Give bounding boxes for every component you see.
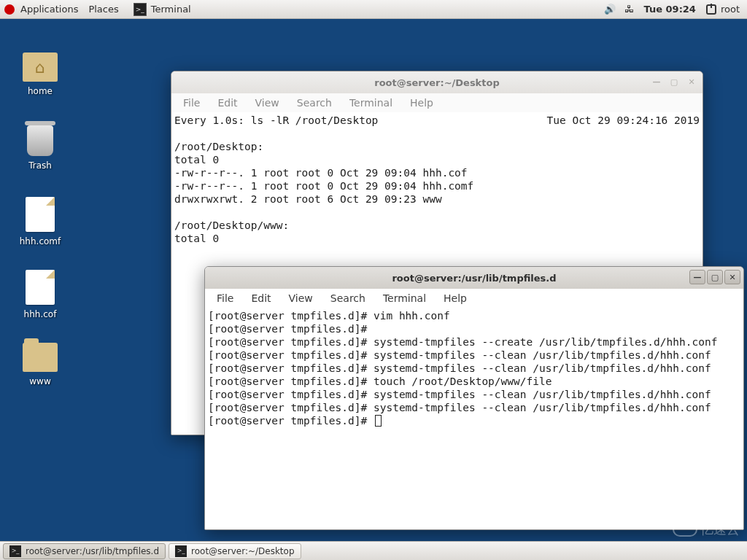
minimize-button[interactable]: — [649,74,665,89]
window-shell-title: root@server:/usr/lib/tmpfiles.d [392,273,556,284]
desktop-icon-trash[interactable]: Trash [7,125,73,171]
maximize-button[interactable]: ▢ [666,74,682,89]
terminal-icon: >_ [133,3,147,16]
desktop-icon-comf[interactable]: hhh.comf [7,197,73,246]
desktop-icon-www[interactable]: www [7,343,73,386]
desktop-icon-label: home [7,86,73,96]
panel-user-label: root [721,4,740,15]
window-shell[interactable]: root@server:/usr/lib/tmpfiles.d — ▢ ✕ Fi… [204,266,744,530]
taskbar-item-label: root@server:~/Desktop [191,546,294,556]
terminal-cursor [375,415,382,427]
window-watch-titlebar[interactable]: root@server:~/Desktop — ▢ ✕ [171,71,703,93]
desktop-icon-label: Trash [7,160,73,171]
menu-view[interactable]: View [282,291,320,306]
power-icon [706,4,716,15]
menu-search[interactable]: Search [323,291,373,306]
menu-view[interactable]: View [248,96,287,110]
minimize-button[interactable]: — [689,270,705,284]
window-watch-title: root@server:~/Desktop [374,77,499,88]
file-icon [26,197,55,232]
panel-places[interactable]: Places [88,4,118,15]
taskbar-item-0[interactable]: >_root@server:/usr/lib/tmpfiles.d [3,543,166,559]
menu-file[interactable]: File [209,291,241,306]
window-shell-menubar: File Edit View Search Terminal Help [205,289,743,308]
file-icon [26,270,55,305]
desktop-icon-label: hhh.cof [7,309,73,319]
panel-applications[interactable]: Applications [20,4,78,15]
desktop-icon-cof[interactable]: hhh.cof [7,270,73,319]
panel-current-app[interactable]: >_ Terminal [133,3,191,16]
desktop-icon-label: www [7,376,73,386]
close-button[interactable]: ✕ [724,270,740,284]
menu-file[interactable]: File [176,96,207,110]
network-icon[interactable]: 🖧 [624,4,634,15]
window-watch-menubar: File Edit View Search Terminal Help [171,93,703,112]
panel-user[interactable]: root [706,4,740,15]
taskbar-item-label: root@server:/usr/lib/tmpfiles.d [26,546,159,556]
menu-edit[interactable]: Edit [244,291,278,306]
menu-search[interactable]: Search [290,96,339,110]
folder-icon [23,343,58,372]
distro-icon [4,4,15,15]
volume-icon[interactable]: 🔊 [604,4,616,15]
desktop-icon-home[interactable]: home [7,52,73,96]
panel-current-app-label: Terminal [151,4,191,15]
menu-terminal[interactable]: Terminal [376,291,433,306]
panel-clock[interactable]: Tue 09:24 [644,4,696,15]
trash-icon [27,125,53,156]
maximize-button[interactable]: ▢ [707,270,723,284]
terminal-icon: >_ [175,545,187,557]
menu-terminal[interactable]: Terminal [342,96,400,110]
desktop-icon-label: hhh.comf [7,236,73,246]
home-icon [23,52,58,82]
menu-edit[interactable]: Edit [210,96,244,110]
terminal-icon: >_ [9,545,21,557]
close-button[interactable]: ✕ [684,74,700,89]
taskbar-item-1[interactable]: >_root@server:~/Desktop [169,543,301,559]
window-shell-body[interactable]: [root@server tmpfiles.d]# vim hhh.conf[r… [205,308,743,529]
menu-help[interactable]: Help [436,291,474,306]
taskbar: >_root@server:/usr/lib/tmpfiles.d>_root@… [0,541,747,560]
window-shell-titlebar[interactable]: root@server:/usr/lib/tmpfiles.d — ▢ ✕ [205,267,743,289]
menu-help[interactable]: Help [403,96,441,110]
top-panel: Applications Places >_ Terminal 🔊 🖧 Tue … [0,0,747,19]
